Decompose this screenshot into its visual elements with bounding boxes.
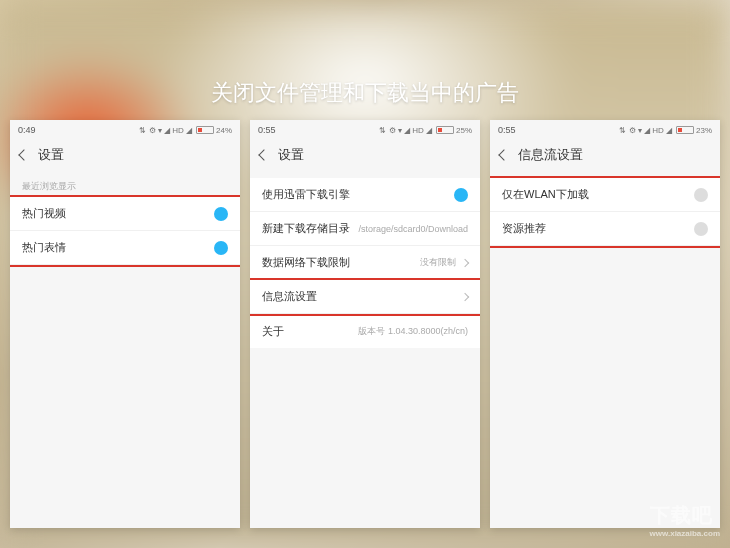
row-feed-settings[interactable]: 信息流设置 — [250, 280, 480, 314]
status-icons: ⇅ ⚙ ▾ ◢ HD ◢ 24% — [139, 126, 232, 135]
row-hot-sticker[interactable]: 热门表情 — [10, 231, 240, 265]
nav-title: 设置 — [278, 146, 304, 164]
nav-bar: 信息流设置 — [490, 140, 720, 170]
nav-bar: 设置 — [10, 140, 240, 170]
section-title: 最近浏览显示 — [10, 170, 240, 197]
status-bar: 0:49 ⇅ ⚙ ▾ ◢ HD ◢ 24% — [10, 120, 240, 140]
nav-bar: 设置 — [250, 140, 480, 170]
clock: 0:55 — [498, 125, 516, 135]
toggle-off-icon[interactable] — [694, 188, 708, 202]
row-value: 没有限制 — [420, 256, 456, 269]
row-about[interactable]: 关于 版本号 1.04.30.8000(zh/cn) — [250, 314, 480, 348]
nav-title: 设置 — [38, 146, 64, 164]
phone-row: 0:49 ⇅ ⚙ ▾ ◢ HD ◢ 24% 设置 最近浏览显示 热门视频 热门表… — [10, 120, 720, 528]
row-resource-recommend[interactable]: 资源推荐 — [490, 212, 720, 246]
content-area: 使用迅雷下载引擎 新建下载存储目录 /storage/sdcard0/Downl… — [250, 170, 480, 528]
row-label: 数据网络下载限制 — [262, 255, 350, 270]
row-label: 信息流设置 — [262, 289, 317, 304]
battery-icon — [436, 126, 454, 134]
row-hot-video[interactable]: 热门视频 — [10, 197, 240, 231]
status-icons: ⇅ ⚙ ▾ ◢ HD ◢ 25% — [379, 126, 472, 135]
row-label: 热门视频 — [22, 206, 66, 221]
clock: 0:55 — [258, 125, 276, 135]
back-icon[interactable] — [18, 149, 29, 160]
status-bar: 0:55 ⇅ ⚙ ▾ ◢ HD ◢ 25% — [250, 120, 480, 140]
toggle-on-icon[interactable] — [214, 207, 228, 221]
phone-screen-1: 0:49 ⇅ ⚙ ▾ ◢ HD ◢ 24% 设置 最近浏览显示 热门视频 热门表… — [10, 120, 240, 528]
toggle-on-icon[interactable] — [454, 188, 468, 202]
status-icons: ⇅ ⚙ ▾ ◢ HD ◢ 23% — [619, 126, 712, 135]
nav-title: 信息流设置 — [518, 146, 583, 164]
chevron-right-icon — [461, 258, 469, 266]
content-area: 最近浏览显示 热门视频 热门表情 — [10, 170, 240, 528]
row-label: 新建下载存储目录 — [262, 221, 350, 236]
watermark: 下载吧 www.xiazaiba.com — [650, 502, 720, 538]
chevron-right-icon — [461, 292, 469, 300]
clock: 0:49 — [18, 125, 36, 135]
row-label: 仅在WLAN下加载 — [502, 187, 589, 202]
toggle-off-icon[interactable] — [694, 222, 708, 236]
row-label: 资源推荐 — [502, 221, 546, 236]
status-bar: 0:55 ⇅ ⚙ ▾ ◢ HD ◢ 23% — [490, 120, 720, 140]
back-icon[interactable] — [498, 149, 509, 160]
row-value: /storage/sdcard0/Download — [358, 224, 468, 234]
phone-screen-2: 0:55 ⇅ ⚙ ▾ ◢ HD ◢ 25% 设置 使用迅雷下载引擎 新建下载存储… — [250, 120, 480, 528]
slide-title: 关闭文件管理和下载当中的广告 — [0, 78, 730, 108]
row-value: 版本号 1.04.30.8000(zh/cn) — [358, 325, 468, 338]
toggle-on-icon[interactable] — [214, 241, 228, 255]
phone-screen-3: 0:55 ⇅ ⚙ ▾ ◢ HD ◢ 23% 信息流设置 仅在WLAN下加载 资源… — [490, 120, 720, 528]
battery-icon — [196, 126, 214, 134]
content-area: 仅在WLAN下加载 资源推荐 — [490, 170, 720, 528]
row-label: 使用迅雷下载引擎 — [262, 187, 350, 202]
row-download-dir[interactable]: 新建下载存储目录 /storage/sdcard0/Download — [250, 212, 480, 246]
row-label: 关于 — [262, 324, 284, 339]
battery-icon — [676, 126, 694, 134]
row-data-limit[interactable]: 数据网络下载限制 没有限制 — [250, 246, 480, 280]
row-wlan-only[interactable]: 仅在WLAN下加载 — [490, 178, 720, 212]
back-icon[interactable] — [258, 149, 269, 160]
row-xunlei-engine[interactable]: 使用迅雷下载引擎 — [250, 178, 480, 212]
row-label: 热门表情 — [22, 240, 66, 255]
